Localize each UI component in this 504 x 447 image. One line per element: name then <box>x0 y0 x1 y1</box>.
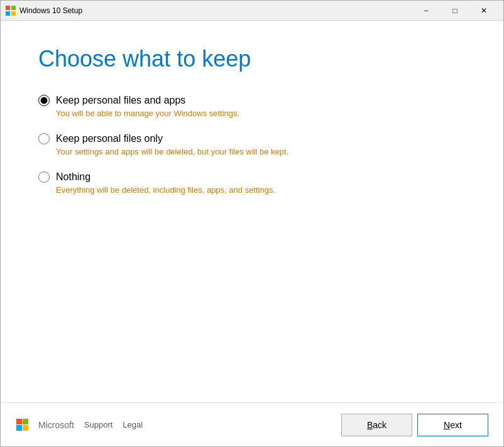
logo-yellow-square <box>23 425 28 431</box>
option-nothing: Nothing Everything will be deleted, incl… <box>38 171 466 195</box>
footer-buttons: Back Next <box>341 414 488 436</box>
page-title: Choose what to keep <box>38 46 466 72</box>
option-nothing-text: Nothing <box>56 171 90 183</box>
option-keep-files-text: Keep personal files only <box>56 133 163 144</box>
logo-blue-square <box>16 425 22 431</box>
radio-keep-files[interactable] <box>38 133 50 144</box>
window-controls: − □ ✕ <box>412 1 498 21</box>
title-bar-left: Windows 10 Setup <box>6 6 82 16</box>
main-content: Choose what to keep Keep personal files … <box>1 21 503 402</box>
maximize-button[interactable]: □ <box>441 1 469 21</box>
option-keep-files: Keep personal files only Your settings a… <box>38 133 466 156</box>
microsoft-brand: Microsoft <box>38 420 74 430</box>
footer-left: Microsoft Support Legal <box>16 419 143 431</box>
radio-keep-all[interactable] <box>38 95 50 106</box>
option-keep-all: Keep personal files and apps You will be… <box>38 95 466 118</box>
options-list: Keep personal files and apps You will be… <box>38 95 466 195</box>
option-nothing-desc: Everything will be deleted, including fi… <box>38 185 466 195</box>
setup-window: Windows 10 Setup − □ ✕ Choose what to ke… <box>0 0 504 447</box>
svg-rect-2 <box>6 11 10 16</box>
window-title: Windows 10 Setup <box>19 6 82 15</box>
radio-nothing[interactable] <box>38 171 50 183</box>
logo-green-square <box>23 419 28 424</box>
svg-rect-3 <box>11 11 16 16</box>
app-icon <box>6 6 16 16</box>
title-bar: Windows 10 Setup − □ ✕ <box>1 1 503 21</box>
legal-link[interactable]: Legal <box>123 420 143 429</box>
option-keep-files-desc: Your settings and apps will be deleted, … <box>38 147 466 156</box>
option-keep-files-label[interactable]: Keep personal files only <box>38 133 466 144</box>
back-button[interactable]: Back <box>341 414 412 436</box>
minimize-button[interactable]: − <box>412 1 441 21</box>
footer: Microsoft Support Legal Back Next <box>1 402 503 446</box>
svg-rect-1 <box>11 6 16 10</box>
support-link[interactable]: Support <box>84 420 113 429</box>
option-keep-all-label[interactable]: Keep personal files and apps <box>38 95 466 106</box>
logo-red-square <box>16 419 22 424</box>
microsoft-logo <box>16 419 28 431</box>
option-keep-all-text: Keep personal files and apps <box>56 95 185 106</box>
close-button[interactable]: ✕ <box>469 1 498 21</box>
svg-rect-0 <box>6 6 10 10</box>
option-nothing-label[interactable]: Nothing <box>38 171 466 183</box>
option-keep-all-desc: You will be able to manage your Windows … <box>38 109 466 118</box>
next-button[interactable]: Next <box>417 414 488 436</box>
